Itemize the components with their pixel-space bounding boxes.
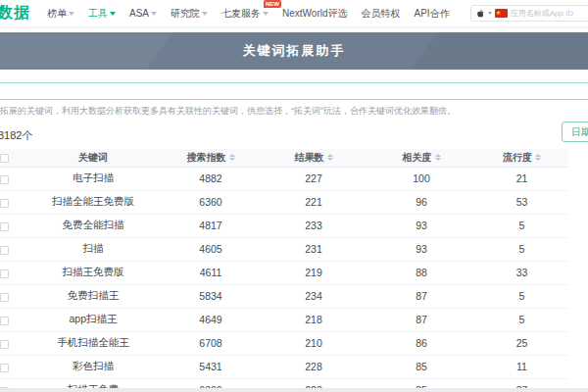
select-all-checkbox[interactable] [0, 154, 9, 163]
sort-icon[interactable] [435, 154, 441, 161]
keyword-cell[interactable]: 扫描王免费版 [24, 261, 162, 284]
nav-item-4[interactable]: 研究院 [164, 7, 215, 21]
keyword-cell[interactable]: 免费全能扫描 [24, 214, 162, 237]
row-checkbox[interactable] [0, 270, 9, 278]
chevron-down-icon [151, 12, 157, 16]
chevron-down-icon [202, 12, 208, 16]
chevron-down-icon [69, 12, 74, 16]
nav-item-7[interactable]: 会员特权 [355, 7, 408, 21]
results-cell: 228 [260, 355, 368, 378]
table-header-row: 关键词搜索指数结果数相关度流行度 [0, 149, 568, 167]
column-label: 搜索指数 [187, 151, 226, 165]
nav-item-label: 榜单 [47, 7, 67, 21]
page-title: 关键词拓展助手 [243, 42, 346, 60]
search-index-cell: 6708 [162, 331, 260, 355]
keyword-cell[interactable]: 扫描全能王免费版 [24, 190, 162, 214]
nav-item-8[interactable]: API合作 [408, 7, 457, 21]
nav-item-1[interactable]: 榜单 [40, 7, 81, 21]
nav-search-box[interactable]: ★ [470, 5, 588, 22]
nav-menu: 榜单工具ASA研究院七麦服务NEWNextWorld评选会员特权API合作 [40, 7, 457, 21]
results-cell: 234 [260, 284, 368, 308]
date-filter-button[interactable]: 日期 [562, 122, 588, 142]
column-header-3[interactable]: 结果数 [260, 149, 368, 167]
toolbar-row: 关键词3182个 日期 [0, 123, 588, 147]
results-cell: 231 [260, 237, 368, 261]
row-checkbox[interactable] [0, 340, 9, 349]
column-label: 关键词 [78, 151, 108, 165]
china-flag-icon[interactable]: ★ [495, 9, 508, 18]
table-row: 免费全能扫描4817233935 [0, 214, 568, 237]
sort-icon[interactable] [535, 154, 541, 161]
keyword-cell[interactable]: 免费扫描王 [24, 284, 162, 308]
table-row: 扫描4605231935 [0, 237, 568, 261]
search-index-cell: 5834 [162, 284, 260, 308]
page-banner: 关键词拓展助手 [0, 32, 588, 70]
keyword-cell[interactable]: app扫描王 [24, 308, 162, 331]
column-header-2[interactable]: 搜索指数 [162, 149, 260, 167]
results-cell: 218 [260, 308, 368, 331]
nav-item-5[interactable]: 七麦服务NEW [215, 7, 275, 21]
nav-item-label: ASA [129, 8, 149, 19]
search-index-cell: 4817 [162, 214, 260, 237]
popularity-cell: 11 [475, 355, 568, 378]
search-index-cell: 6360 [162, 190, 260, 214]
search-index-cell: 4611 [162, 261, 260, 284]
popularity-cell: 5 [475, 284, 568, 308]
keyword-cell[interactable]: 手机扫描全能王 [24, 331, 162, 355]
column-header-1: 关键词 [24, 149, 162, 167]
main-content: 输入您想要拓展的关键词，利用大数据分析获取更多具有关联性的关键词，供您选择，“拓… [0, 82, 588, 392]
keyword-cell[interactable]: 扫描 [24, 237, 162, 261]
relevance-cell: 93 [368, 237, 475, 261]
row-checkbox[interactable] [0, 222, 9, 231]
chevron-down-icon [110, 12, 116, 16]
keyword-cell[interactable]: 彩色扫描 [24, 355, 162, 378]
top-nav: 七麦数据 榜单工具ASA研究院七麦服务NEWNextWorld评选会员特权API… [0, 0, 588, 27]
column-header-5[interactable]: 流行度 [475, 149, 568, 167]
row-checkbox[interactable] [0, 293, 9, 302]
relevance-cell: 85 [368, 355, 475, 378]
relevance-cell: 88 [368, 261, 475, 284]
row-checkbox[interactable] [0, 199, 9, 208]
table-row: app扫描王4649218875 [0, 308, 568, 331]
chevron-down-icon[interactable] [488, 12, 492, 15]
search-index-cell: 4882 [162, 167, 260, 190]
results-cell: 221 [260, 190, 368, 214]
nav-item-label: NextWorld评选 [282, 7, 348, 21]
keyword-expand-input[interactable] [0, 82, 588, 100]
relevance-cell: 86 [368, 331, 475, 355]
apple-icon[interactable] [476, 9, 485, 19]
search-index-cell: 4605 [162, 237, 260, 261]
column-label: 结果数 [295, 151, 324, 165]
popularity-cell: 25 [475, 331, 568, 355]
column-header-4[interactable]: 相关度 [368, 149, 475, 167]
app-search-input[interactable] [511, 9, 588, 18]
results-cell: 227 [260, 167, 368, 190]
row-checkbox[interactable] [0, 317, 9, 325]
nav-item-label: 研究院 [171, 7, 200, 21]
popularity-cell: 5 [475, 308, 568, 331]
search-index-cell: 4649 [162, 308, 260, 331]
relevance-cell: 87 [368, 284, 475, 308]
keyword-cell[interactable]: 电子扫描 [24, 167, 162, 190]
nav-item-6[interactable]: NextWorld评选 [275, 7, 355, 21]
nav-item-2[interactable]: 工具 [81, 7, 122, 21]
table-row: 扫描全能王免费版63602219653 [0, 190, 568, 214]
bottom-divider [0, 388, 588, 392]
keyword-table: 关键词搜索指数结果数相关度流行度 电子扫描488222710021扫描全能王免费… [0, 149, 568, 392]
relevance-cell: 93 [368, 214, 475, 237]
results-cell: 219 [260, 261, 368, 284]
relevance-cell: 96 [368, 190, 475, 214]
page: 七麦数据 榜单工具ASA研究院七麦服务NEWNextWorld评选会员特权API… [0, 0, 588, 392]
row-checkbox[interactable] [0, 246, 9, 255]
nav-item-3[interactable]: ASA [122, 8, 164, 19]
keyword-count: 关键词3182个 [0, 128, 32, 143]
row-checkbox[interactable] [0, 364, 9, 372]
row-checkbox[interactable] [0, 175, 9, 184]
table-row: 手机扫描全能王67082108625 [0, 331, 568, 355]
table-row: 彩色扫描54312288511 [0, 355, 568, 378]
sort-icon[interactable] [229, 154, 235, 161]
nav-item-label: API合作 [415, 7, 450, 21]
logo[interactable]: 七麦数据 [0, 3, 30, 24]
sort-icon[interactable] [327, 154, 333, 161]
nav-item-label: 工具 [88, 7, 108, 21]
